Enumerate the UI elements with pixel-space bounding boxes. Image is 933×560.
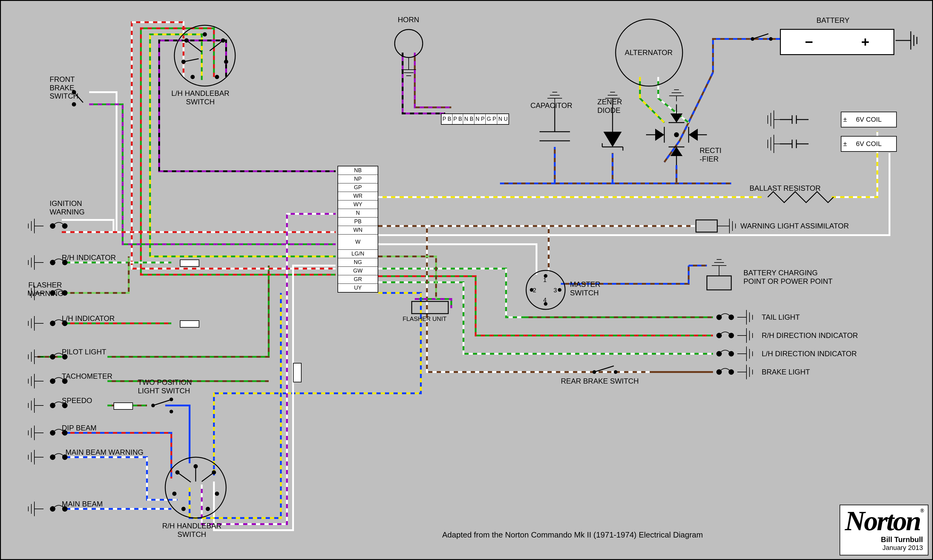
svg-point-16 xyxy=(558,288,562,292)
title-box: Norton® Bill Turnbull January 2013 xyxy=(839,505,928,555)
svg-point-26 xyxy=(191,75,195,79)
svg-marker-8 xyxy=(689,129,698,141)
svg-rect-10 xyxy=(696,220,717,232)
coil-1: ± 6V COIL xyxy=(841,112,897,128)
label-wla: WARNING LIGHT ASSIMILATOR xyxy=(741,222,849,230)
master-t3: 3 xyxy=(554,287,557,294)
wiring-diagram: .w{stroke-width:6;fill:none;stroke-linec… xyxy=(0,0,933,560)
label-rh-handlebar: R/H HANDLEBAR SWITCH xyxy=(162,522,222,538)
label-lh-ind: L/H INDICATOR xyxy=(62,314,115,323)
label-horn: HORN xyxy=(398,15,419,24)
svg-point-32 xyxy=(172,492,177,496)
label-charging: BATTERY CHARGING POINT OR POWER POINT xyxy=(744,269,833,285)
label-pilot: PILOT LIGHT xyxy=(62,348,106,356)
svg-point-27 xyxy=(215,75,219,79)
brand: Norton xyxy=(845,505,920,536)
connector-top: P BP B N BN P G PN U xyxy=(441,114,509,125)
battery-neg: − xyxy=(805,34,813,50)
svg-point-38 xyxy=(169,410,173,413)
label-tach: TACHOMETER xyxy=(62,372,112,380)
brand-reg: ® xyxy=(920,508,923,514)
svg-point-25 xyxy=(224,60,228,64)
master-t2: 2 xyxy=(533,287,536,294)
battery-pos: + xyxy=(861,34,869,50)
svg-point-68 xyxy=(72,102,76,106)
label-capacitor: CAPACITOR xyxy=(530,101,573,110)
label-dip: DIP BEAM xyxy=(62,424,97,432)
connector-main: NBNP GPWR WYN PBWN W LG/NNG GWGR UY xyxy=(337,166,378,292)
label-lh-dir: L/H DIRECTION INDICATOR xyxy=(762,349,857,358)
label-front-brake: FRONT BRAKE SWITCH xyxy=(49,75,79,100)
label-flasher-warn: FLASHER WARNING xyxy=(28,281,63,297)
author: Bill Turnbull xyxy=(845,535,923,544)
credit-line: Adapted from the Norton Commando Mk II (… xyxy=(442,530,703,540)
label-master: MASTER SWITCH xyxy=(570,280,600,297)
label-ballast: BALLAST RESISTOR xyxy=(750,184,821,192)
fuse-3 xyxy=(114,402,133,410)
battery-box: − + xyxy=(780,29,895,55)
label-battery: BATTERY xyxy=(816,16,849,25)
master-t4: 4 xyxy=(543,297,547,303)
svg-marker-5 xyxy=(670,114,682,123)
svg-point-0 xyxy=(395,29,423,57)
fuse-4 xyxy=(293,363,302,382)
svg-point-35 xyxy=(206,507,210,511)
label-zener: ZENER DIODE xyxy=(597,98,622,114)
label-rh-dir: R/H DIRECTION INDICATOR xyxy=(762,331,858,340)
svg-point-9 xyxy=(674,132,679,137)
label-rectifier: RECTI -FIER xyxy=(700,146,722,163)
coil-2: ± 6V COIL xyxy=(841,136,897,152)
svg-point-3 xyxy=(769,37,773,41)
svg-point-22 xyxy=(203,32,207,37)
label-flasher-unit: FLASHER UNIT xyxy=(403,315,446,322)
label-main-beam: MAIN BEAM xyxy=(62,500,103,508)
svg-marker-4 xyxy=(604,132,622,147)
label-rear-brake: REAR BRAKE SWITCH xyxy=(561,377,639,385)
fuse-1 xyxy=(180,260,199,267)
svg-point-34 xyxy=(182,507,186,511)
label-ignition-warn: IGNITION WARNING xyxy=(49,199,85,216)
label-lh-handlebar: L/H HANDLEBAR SWITCH xyxy=(171,89,229,106)
label-tail: TAIL LIGHT xyxy=(762,313,800,322)
label-two-pos: TWO POSITION LIGHT SWITCH xyxy=(138,378,192,395)
svg-marker-7 xyxy=(655,129,664,141)
label-speedo: SPEEDO xyxy=(62,396,92,405)
fuse-2 xyxy=(180,320,199,328)
svg-point-33 xyxy=(215,492,219,496)
svg-point-19 xyxy=(614,370,617,374)
master-t1: 1 xyxy=(543,277,547,283)
svg-rect-11 xyxy=(707,276,731,290)
label-main-warn: MAIN BEAM WARNING xyxy=(65,448,143,457)
label-alternator: ALTERNATOR xyxy=(625,48,673,57)
svg-point-37 xyxy=(169,398,173,401)
label-brake-light: BRAKE LIGHT xyxy=(762,368,810,376)
label-rh-ind: R/H INDICATOR xyxy=(62,253,116,262)
svg-rect-17 xyxy=(412,302,448,314)
date: January 2013 xyxy=(845,544,923,552)
